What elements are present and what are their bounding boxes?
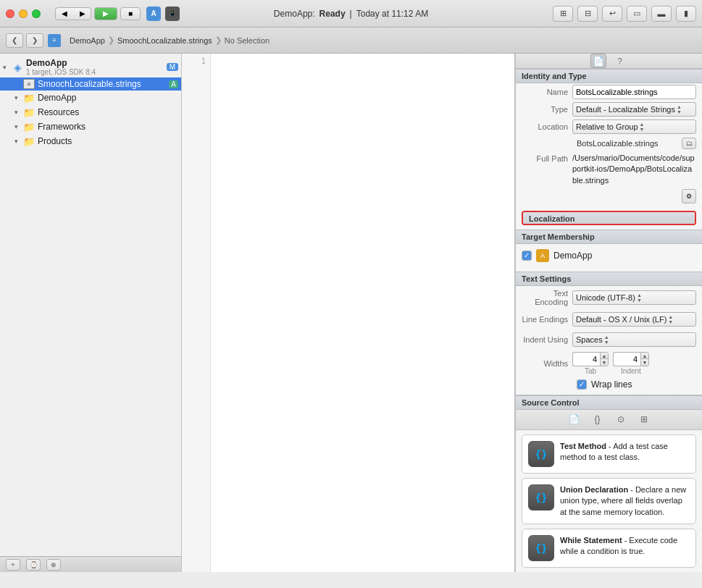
browse-button[interactable]: 🗂 <box>682 138 696 149</box>
panel-btn-2[interactable]: ▬ <box>651 6 672 22</box>
tree-arrow-resources[interactable] <box>14 109 23 116</box>
sidebar-root-sublabel: 1 target, iOS SDK 8.4 <box>26 68 96 76</box>
encoding-row: Text Encoding Unicode (UTF-8) ▲ ▼ <box>516 286 702 309</box>
sidebar-item-demoapp[interactable]: 📁 DemoApp <box>0 91 181 105</box>
folder-icon-frameworks: 📁 <box>23 121 35 133</box>
line-endings-row: Line Endings Default - OS X / Unix (LF) … <box>516 309 702 329</box>
localization-header: Localization <box>523 212 695 225</box>
tree-arrow-frameworks[interactable] <box>14 123 23 130</box>
snippet-text-0: Test Method - Add a test case method to … <box>560 441 690 463</box>
tab-width-group: ▲ ▼ Tab <box>572 352 609 375</box>
time-label: Today at 11:12 AM <box>356 9 428 19</box>
full-path-row: Full Path /Users/mario/Documents/code/su… <box>516 151 702 188</box>
titlebar-icons: A 📱 <box>146 7 180 21</box>
indent-width-up[interactable]: ▲ <box>641 353 648 360</box>
app-name: DemoApp: <box>274 9 315 19</box>
tab-width-input[interactable] <box>572 352 600 366</box>
sidebar-item-frameworks[interactable]: 📁 Frameworks <box>0 119 181 134</box>
location-row: Location Relative to Group ▲ ▼ <box>516 118 702 135</box>
type-label: Type <box>522 105 572 114</box>
sc-tab-grid[interactable]: ⊞ <box>635 411 653 427</box>
right-tab-file[interactable]: 📄 <box>590 54 606 68</box>
tab-width-up[interactable]: ▲ <box>601 353 608 360</box>
reveal-in-finder-btn[interactable]: ⚙ <box>682 189 696 203</box>
tab-col-label: Tab <box>585 367 596 375</box>
line-endings-value[interactable]: Default - OS X / Unix (LF) ▲ ▼ <box>572 312 696 327</box>
encoding-label: Text Encoding <box>522 289 572 306</box>
encoding-value[interactable]: Unicode (UTF-8) ▲ ▼ <box>572 290 696 305</box>
indent-dropdown[interactable]: Spaces ▲ ▼ <box>572 332 696 347</box>
full-path-label: Full Path <box>522 153 572 163</box>
sidebar-label-demoapp: DemoApp <box>38 93 178 103</box>
target-checkbox-demoapp[interactable]: ✓ <box>522 251 532 261</box>
breadcrumb-selection[interactable]: No Selection <box>225 36 269 45</box>
sidebar-item-products[interactable]: 📁 Products <box>0 134 181 148</box>
sc-tab-file[interactable]: 📄 <box>565 411 584 427</box>
sidebar-label-resources: Resources <box>38 107 178 117</box>
snippet-icon-0: {} <box>528 441 554 467</box>
wrap-label: Wrap lines <box>591 379 632 390</box>
layout-btn-1[interactable]: ⊞ <box>553 6 573 22</box>
indent-value[interactable]: Spaces ▲ ▼ <box>572 332 696 347</box>
sidebar-add-btn[interactable]: + <box>6 559 20 571</box>
breadcrumb-demoapp[interactable]: DemoApp <box>70 36 105 45</box>
sidebar-item-resources[interactable]: 📁 Resources <box>0 105 181 119</box>
tab-width-down[interactable]: ▼ <box>601 359 608 366</box>
tree-arrow-demoapp[interactable] <box>14 94 23 101</box>
tab-stepper: ▲ ▼ <box>600 352 609 366</box>
editor-content[interactable] <box>211 54 514 572</box>
indent-width-down[interactable]: ▼ <box>641 359 648 366</box>
sidebar-item-root[interactable]: ◈ DemoApp 1 target, iOS SDK 8.4 M <box>0 56 181 77</box>
maximize-button[interactable] <box>32 9 41 18</box>
forward-nav-btn[interactable]: ❯ <box>26 33 43 48</box>
encoding-dropdown[interactable]: Unicode (UTF-8) ▲ ▼ <box>572 290 696 305</box>
breadcrumb: DemoApp ❯ SmoochLocalizable.strings ❯ No… <box>70 35 269 45</box>
sidebar-item-smooch[interactable]: ≡ SmoochLocalizable.strings A <box>0 77 181 91</box>
panel-btn-1[interactable]: ▭ <box>627 6 647 22</box>
tree-arrow-products[interactable] <box>14 138 23 145</box>
target-section: ✓ A DemoApp <box>516 244 702 270</box>
file-type-icon: ≡ <box>48 34 61 47</box>
wrap-checkbox[interactable]: ✓ <box>577 379 587 390</box>
line-endings-dropdown[interactable]: Default - OS X / Unix (LF) ▲ ▼ <box>572 312 696 327</box>
source-control-header: Source Control <box>516 395 702 410</box>
toolbar-right: ⊞ ⊟ ↩ ▭ ▬ ▮ <box>553 6 696 22</box>
layout-btn-3[interactable]: ↩ <box>602 6 622 22</box>
name-input[interactable] <box>572 85 696 99</box>
indent-dropdown-text: Spaces <box>576 335 603 344</box>
layout-btn-2[interactable]: ⊟ <box>577 6 598 22</box>
sc-tab-circle[interactable]: ⊙ <box>611 411 630 427</box>
width-fields: ▲ ▼ Tab ▲ ▼ <box>572 352 696 375</box>
traffic-lights <box>6 9 41 18</box>
indent-width-group: ▲ ▼ Indent <box>613 352 649 375</box>
panel-btn-3[interactable]: ▮ <box>676 6 696 22</box>
indent-width-input[interactable] <box>613 352 640 366</box>
sidebar-bottom-bar: + ⌚ ⊗ <box>0 556 181 572</box>
back-nav-btn[interactable]: ❮ <box>6 33 23 48</box>
location-dropdown[interactable]: Relative to Group ▲ ▼ <box>572 119 696 134</box>
minimize-button[interactable] <box>19 9 28 18</box>
sidebar-root-badge: M <box>167 63 178 71</box>
text-settings-header: Text Settings <box>516 272 702 286</box>
right-tab-question[interactable]: ? <box>612 54 628 68</box>
close-button[interactable] <box>6 9 14 18</box>
folder-icon-resources: 📁 <box>23 106 35 118</box>
back-forward-btn[interactable]: ◀▶ <box>55 7 91 20</box>
target-label-demoapp: DemoApp <box>553 251 592 261</box>
sc-tab-code[interactable]: {} <box>588 411 607 427</box>
type-dropdown[interactable]: Default - Localizable Strings ▲ ▼ <box>572 102 696 117</box>
name-value-field[interactable] <box>572 85 696 99</box>
run-button[interactable]: ▶ <box>94 7 117 20</box>
line-endings-text: Default - OS X / Unix (LF) <box>576 315 667 324</box>
stop-button[interactable]: ■ <box>120 7 141 20</box>
type-value[interactable]: Default - Localizable Strings ▲ ▼ <box>572 102 696 117</box>
breadcrumb-strings[interactable]: SmoochLocalizable.strings <box>117 36 212 45</box>
indent-label: Indent Using <box>522 335 572 344</box>
tree-arrow-root[interactable] <box>3 64 12 71</box>
sidebar-history-btn[interactable]: ⌚ <box>26 559 41 571</box>
snippet-icon-2: {} <box>528 535 554 561</box>
right-panel: 📄 ? Identity and Type Name Type Default … <box>515 54 702 572</box>
type-dropdown-text: Default - Localizable Strings <box>576 105 675 114</box>
location-value[interactable]: Relative to Group ▲ ▼ <box>572 119 696 134</box>
sidebar-filter-btn[interactable]: ⊗ <box>46 559 61 571</box>
